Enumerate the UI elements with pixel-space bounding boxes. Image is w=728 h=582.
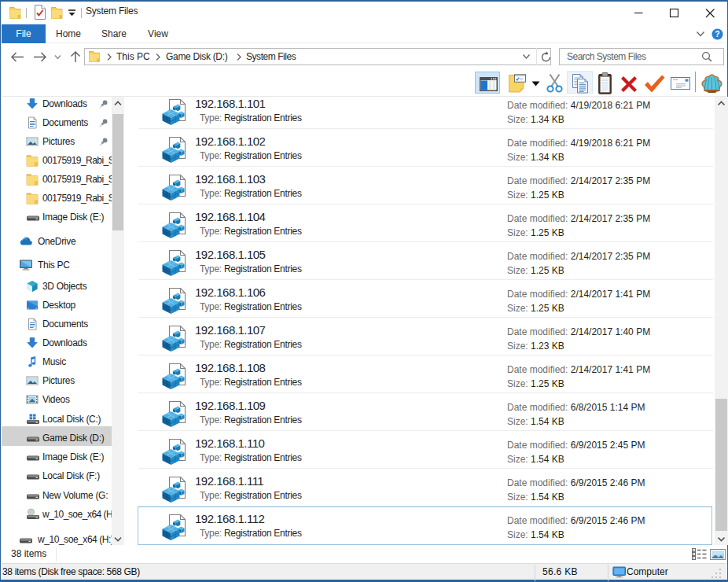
svg-text:?: ? bbox=[715, 29, 719, 39]
